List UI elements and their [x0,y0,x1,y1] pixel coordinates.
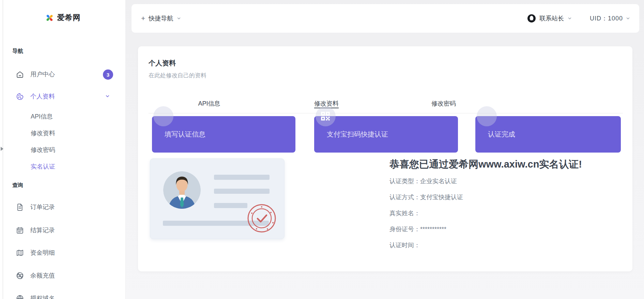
contact-webmaster-dropdown[interactable]: 联系站长 [527,14,572,23]
verified-stamp-icon [247,204,276,233]
quick-nav-dropdown[interactable]: + 快捷导航 [141,4,181,33]
pinwheel-logo-icon [45,13,54,22]
sidebar-item-profile[interactable]: 个人资料 [16,91,55,101]
document-icon [16,203,24,211]
step-auth-complete: 认证完成 [475,116,621,153]
step-fill-info: 填写认证信息 [152,116,295,153]
calendar-icon [16,226,24,235]
field-auth-method: 认证方式：支付宝快捷认证 [389,193,463,201]
sidebar-item-user-center[interactable]: 用户中心 [16,69,55,79]
chevron-down-icon [567,16,572,21]
auth-success-headline: 恭喜您已通过爱希网www.axiw.cn实名认证! [389,158,582,171]
field-auth-time: 认证时间： [389,241,420,249]
brand-logo[interactable]: 爱希网 [0,10,125,26]
id-card-illustration [150,158,285,239]
page-title: 个人资料 [149,59,176,68]
qr-code-icon [320,110,331,122]
cookie-icon [16,92,24,101]
sidebar-item-balance-recharge[interactable]: 余额充值 [16,270,55,281]
placeholder-line [214,175,270,180]
notification-badge[interactable]: 3 [103,69,113,80]
sidebar-section-nav: 导航 [12,48,23,55]
page-subtitle: 在此处修改自己的资料 [149,72,206,79]
map-icon [16,249,24,257]
sidebar-item-settlement-records[interactable]: 结算记录 [16,225,55,235]
uid-label: UID： [590,15,608,22]
sidebar-item-order-records[interactable]: 订单记录 [16,202,55,212]
sidebar-item-fund-details[interactable]: 资金明细 [16,248,55,258]
field-real-name: 真实姓名： [389,209,420,217]
sidebar-item-label: 用户中心 [30,70,55,78]
topbar: + 快捷导航 联系站长 UID：1000 [132,4,639,33]
sidebar-subitem-edit-profile[interactable]: 修改资料 [31,128,55,138]
step-alipay-scan: 支付宝扫码快捷认证 [314,116,458,153]
sidebar-item-label: 个人资料 [30,92,55,100]
decorative-circle [477,106,497,126]
sidebar-subitem-change-password[interactable]: 修改密码 [31,145,55,155]
sidebar: 爱希网 导航 用户中心 3 个人资料 [0,0,126,299]
chevron-down-icon[interactable] [105,94,110,99]
sidebar-subitem-api-info[interactable]: API信息 [31,112,53,121]
field-id-number: 身份证号：*********** [389,225,446,233]
home-icon [16,70,24,79]
avatar [163,171,201,209]
sidebar-subitem-real-name-auth[interactable]: 实名认证 [31,162,55,171]
chevron-down-icon [626,16,630,21]
tab-divider [149,113,623,113]
decorative-circle [153,106,173,126]
uid-value: 1000 [608,15,623,22]
chevron-down-icon [177,16,181,21]
brand-name: 爱希网 [57,13,81,23]
placeholder-line [214,203,247,208]
topbar-right: 联系站长 UID：1000 [527,4,630,33]
plus-icon: + [141,14,145,22]
aperture-icon [16,271,24,280]
qq-icon [527,14,536,23]
profile-card: 个人资料 在此处修改自己的资料 API信息 修改资料 修改密码 填写认证信息 [138,46,632,271]
page: 爱希网 导航 用户中心 3 个人资料 [0,0,644,299]
uid-dropdown[interactable]: UID：1000 [590,14,630,22]
globe-icon [16,294,24,299]
field-auth-type: 认证类型：企业实名认证 [389,177,457,185]
placeholder-line [214,189,270,194]
sidebar-collapse-arrow-icon[interactable] [1,147,3,151]
sidebar-section-query: 查询 [12,182,23,189]
sidebar-item-authorized-domains[interactable]: 授权域名 [16,293,55,299]
